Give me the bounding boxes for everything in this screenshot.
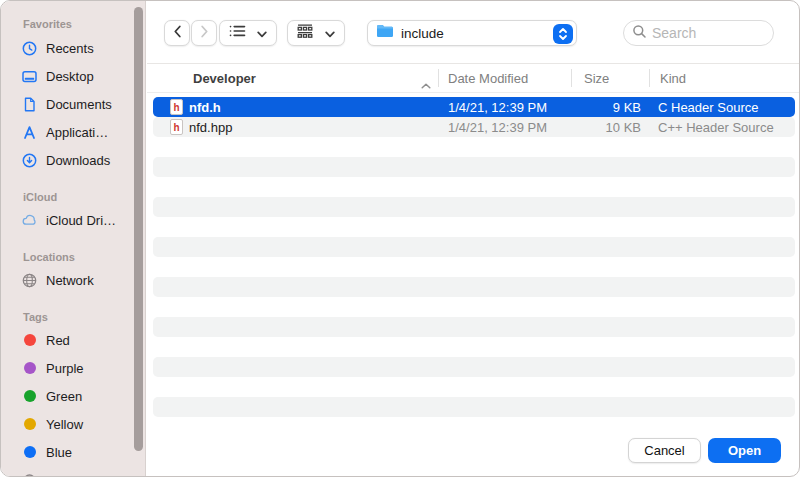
sidebar-item-network[interactable]: Network (21, 269, 94, 291)
sidebar: Favorites Recents Desktop Documents Appl… (1, 1, 146, 476)
cancel-button[interactable]: Cancel (628, 438, 701, 463)
chevron-down-icon (325, 24, 335, 42)
sidebar-item-label: All Tags (46, 473, 91, 478)
stepper-icon (553, 24, 573, 44)
empty-row (153, 177, 795, 197)
sidebar-item-tag-yellow[interactable]: Yellow (21, 413, 83, 435)
chevron-left-icon (173, 24, 182, 42)
empty-row (153, 337, 795, 357)
sidebar-item-desktop[interactable]: Desktop (21, 65, 94, 87)
sidebar-item-documents[interactable]: Documents (21, 93, 112, 115)
empty-row (153, 317, 795, 337)
empty-row (153, 197, 795, 217)
toolbar-divider (147, 63, 799, 64)
sidebar-item-applications[interactable]: Applicati… (21, 121, 108, 143)
search-field[interactable] (623, 20, 774, 46)
file-size: 9 KB (553, 97, 641, 117)
column-header-kind[interactable]: Kind (660, 71, 686, 86)
table-row-nfd-hpp[interactable]: h nfd.hpp 1/4/21, 12:39 PM 10 KB C++ Hea… (153, 117, 795, 137)
search-input[interactable] (652, 25, 765, 41)
section-label-favorites: Favorites (23, 18, 72, 30)
group-view-button[interactable] (287, 20, 345, 46)
empty-row (153, 277, 795, 297)
sidebar-item-tag-purple[interactable]: Purple (21, 357, 84, 379)
cpp-header-file-icon: h (170, 119, 183, 135)
column-header-date-modified[interactable]: Date Modified (448, 71, 528, 86)
empty-row (153, 137, 795, 157)
sidebar-item-downloads[interactable]: Downloads (21, 149, 110, 171)
empty-row (153, 157, 795, 177)
back-button[interactable] (164, 20, 190, 46)
open-file-dialog: Favorites Recents Desktop Documents Appl… (0, 0, 800, 477)
sidebar-item-tag-blue[interactable]: Blue (21, 441, 72, 463)
clock-icon (21, 40, 38, 57)
empty-row (153, 357, 795, 377)
section-label-locations: Locations (23, 251, 75, 263)
empty-row (153, 257, 795, 277)
sidebar-item-label: Downloads (46, 153, 110, 168)
sidebar-item-tag-green[interactable]: Green (21, 385, 82, 407)
sidebar-item-all-tags[interactable]: All Tags (21, 469, 91, 477)
sidebar-item-tag-red[interactable]: Red (21, 329, 70, 351)
blue-tag-icon (21, 444, 38, 461)
downloads-icon (21, 152, 38, 169)
list-view-button[interactable] (219, 20, 277, 46)
empty-row (153, 237, 795, 257)
sidebar-item-label: Desktop (46, 69, 94, 84)
chevron-right-icon (200, 24, 209, 42)
empty-row (153, 397, 795, 417)
list-view-icon (229, 24, 246, 42)
sidebar-item-label: Network (46, 273, 94, 288)
folder-icon (376, 24, 394, 42)
sidebar-item-label: Green (46, 389, 82, 404)
forward-button[interactable] (191, 20, 217, 46)
cloud-icon (21, 212, 38, 229)
document-icon (21, 96, 38, 113)
sidebar-item-label: Purple (46, 361, 84, 376)
file-size: 10 KB (553, 117, 641, 137)
c-header-file-icon: h (170, 99, 183, 115)
empty-row (153, 297, 795, 317)
header-divider (147, 92, 799, 93)
sidebar-item-label: Applicati… (46, 125, 108, 140)
sidebar-item-icloud-drive[interactable]: iCloud Dri… (21, 209, 116, 231)
open-button[interactable]: Open (708, 438, 781, 463)
purple-tag-icon (21, 360, 38, 377)
sidebar-item-label: Red (46, 333, 70, 348)
red-tag-icon (21, 332, 38, 349)
sidebar-item-label: Recents (46, 41, 94, 56)
yellow-tag-icon (21, 416, 38, 433)
file-kind: C++ Header Source (658, 117, 774, 137)
applications-icon (21, 124, 38, 141)
search-icon (632, 24, 647, 43)
file-name: nfd.h (189, 100, 221, 115)
sidebar-item-recents[interactable]: Recents (21, 37, 94, 59)
table-row-nfd-h[interactable]: h nfd.h 1/4/21, 12:39 PM 9 KB C Header S… (153, 97, 795, 117)
empty-row (153, 217, 795, 237)
column-separator[interactable] (649, 69, 650, 87)
section-label-icloud: iCloud (23, 191, 57, 203)
globe-icon (21, 272, 38, 289)
green-tag-icon (21, 388, 38, 405)
file-kind: C Header Source (658, 97, 758, 117)
file-date: 1/4/21, 12:39 PM (448, 117, 547, 137)
column-header-name[interactable]: Developer (193, 71, 256, 86)
sidebar-item-label: Documents (46, 97, 112, 112)
chevron-down-icon (257, 24, 267, 42)
all-tags-icon (21, 472, 38, 478)
folder-dropdown[interactable]: include (367, 20, 577, 46)
sidebar-item-label: Blue (46, 445, 72, 460)
sidebar-scrollbar[interactable] (134, 7, 143, 451)
file-name: nfd.hpp (189, 120, 232, 135)
empty-row (153, 377, 795, 397)
desktop-icon (21, 68, 38, 85)
file-list: h nfd.h 1/4/21, 12:39 PM 9 KB C Header S… (153, 97, 795, 417)
sort-ascending-icon (421, 75, 431, 93)
column-header-size[interactable]: Size (584, 71, 609, 86)
sidebar-item-label: Yellow (46, 417, 83, 432)
sidebar-item-label: iCloud Dri… (46, 213, 116, 228)
section-label-tags: Tags (23, 311, 48, 323)
column-separator[interactable] (438, 69, 439, 87)
file-date: 1/4/21, 12:39 PM (448, 97, 547, 117)
column-separator[interactable] (571, 69, 572, 87)
